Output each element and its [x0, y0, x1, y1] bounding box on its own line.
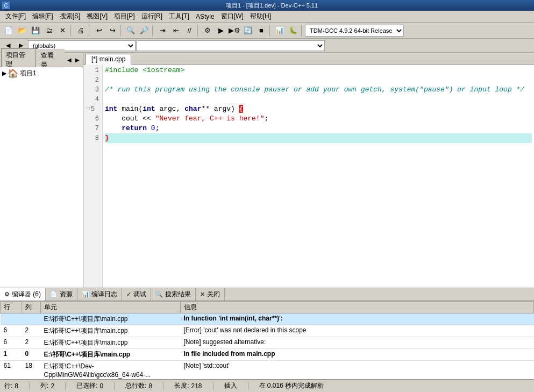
search-results-label: 搜索结果 [165, 290, 191, 299]
status-sep-4 [163, 382, 163, 390]
bottom-panel: ⚙ 编译器 (6) 📄 资源 📊 编译日志 ✓ 调试 🔍 搜索结果 ✕ 关闭 [0, 288, 534, 379]
resources-tab-label: 资源 [60, 290, 73, 299]
bottom-tab-bar: ⚙ 编译器 (6) 📄 资源 📊 编译日志 ✓ 调试 🔍 搜索结果 ✕ 关闭 [0, 288, 534, 301]
err0-unit: E:\祁哥\C++\项目库\main.cpp [41, 313, 181, 325]
parse-time: 在 0.016 秒内完成解析 [259, 381, 324, 390]
err2-info: [Note] suggested alternative: [181, 337, 534, 349]
menu-edit[interactable]: 编辑[E] [29, 11, 56, 22]
menu-help[interactable]: 帮助[H] [247, 11, 274, 22]
error-row-0[interactable]: E:\祁哥\C++\项目库\main.cpp In function 'int … [1, 313, 534, 325]
unindent-btn[interactable]: ⇤ [169, 24, 182, 37]
status-mode: 插入 [224, 381, 237, 390]
toolbar-sep-1 [70, 25, 73, 37]
toolbar-sep-5 [197, 25, 200, 37]
new-file-btn[interactable]: 📄 [2, 24, 15, 37]
menu-astyle[interactable]: AStyle [193, 12, 218, 21]
find-btn[interactable]: 🔍 [124, 24, 137, 37]
editor-tab-main[interactable]: [*] main.cpp [86, 54, 131, 65]
ln-3: 3 [87, 85, 99, 95]
save-all-btn[interactable]: 🗂 [42, 24, 55, 37]
error-row-2[interactable]: 6 2 E:\祁哥\C++\项目库\main.cpp [Note] sugges… [1, 337, 534, 349]
menu-run[interactable]: 运行[R] [138, 11, 166, 22]
status-sep-1 [29, 382, 30, 390]
code-editor[interactable]: 1 2 3 4 □5 6 7 8 #include <iostream> /* … [83, 65, 534, 288]
sidebar-project-item[interactable]: ▶ 🏠 项目1 [0, 67, 83, 80]
status-sep-6 [248, 382, 248, 390]
tab-compile-log[interactable]: 📊 编译日志 [77, 288, 122, 301]
error-row-3[interactable]: 1 0 E:\祁哥\C++\项目库\main.cpp In file inclu… [1, 349, 534, 361]
ln-7: 7 [87, 124, 99, 133]
tab-close[interactable]: ✕ 关闭 [196, 288, 225, 301]
compile-run-btn[interactable]: ▶⚙ [228, 24, 241, 37]
status-row: 行: 8 [4, 381, 18, 390]
toolbar-sep-7 [301, 25, 303, 37]
panel-nav-right[interactable]: ▶ [74, 55, 82, 64]
title-bar: C 项目1 - [项目1.dev] - Dev-C++ 5.11 [0, 0, 534, 11]
tab-compiler[interactable]: ⚙ 编译器 (6) [0, 288, 46, 301]
code-line-1: #include <iostream> [105, 66, 532, 75]
undo-btn[interactable]: ↩ [92, 24, 105, 37]
len-label: 长度: [174, 381, 189, 390]
code-line-8: } [105, 133, 532, 143]
chart-btn[interactable]: 📊 [273, 24, 286, 37]
menu-bar: 文件[F] 编辑[E] 搜索[S] 视图[V] 项目[P] 运行[R] 工具[T… [0, 11, 534, 23]
expand-icon: ▶ [2, 70, 6, 77]
sel-label: 已选择: [76, 381, 97, 390]
panel-nav-left[interactable]: ◀ [65, 55, 73, 64]
err1-info: [Error] 'cout' was not declared in this … [181, 325, 534, 337]
save-btn[interactable]: 💾 [29, 24, 42, 37]
open-btn[interactable]: 📂 [16, 24, 29, 37]
stop-btn[interactable]: ■ [255, 24, 268, 37]
menu-window[interactable]: 窗口[W] [218, 11, 247, 22]
redo-btn[interactable]: ↪ [106, 24, 119, 37]
err2-unit: E:\祁哥\C++\项目库\main.cpp [41, 337, 181, 349]
tab-search-results[interactable]: 🔍 搜索结果 [151, 288, 196, 301]
editor-area: [*] main.cpp 1 2 3 4 □5 6 7 8 #include <… [83, 53, 534, 288]
tab-debug[interactable]: ✓ 调试 [122, 288, 151, 301]
code-line-2 [105, 75, 532, 85]
compiler-tab-icon: ⚙ [4, 291, 10, 298]
error-row-1[interactable]: 6 2 E:\祁哥\C++\项目库\main.cpp [Error] 'cout… [1, 325, 534, 337]
ln-8: 8 [87, 133, 99, 143]
tab-resources[interactable]: 📄 资源 [46, 288, 77, 301]
compile-btn[interactable]: ⚙ [201, 24, 214, 37]
resources-tab-icon: 📄 [50, 291, 58, 298]
comment-btn[interactable]: // [183, 24, 196, 37]
err1-unit: E:\祁哥\C++\项目库\main.cpp [41, 325, 181, 337]
compiler-tab-label: 编译器 (6) [12, 290, 41, 299]
menu-file[interactable]: 文件[F] [2, 11, 29, 22]
status-bar: 行: 8 列: 2 已选择: 0 总行数: 8 长度: 218 插入 在 0.0… [0, 379, 534, 392]
row-value: 8 [15, 382, 18, 390]
print-btn[interactable]: 🖨 [74, 24, 87, 37]
app-icon: C [2, 2, 10, 9]
err1-row: 6 [1, 325, 22, 337]
code-line-4 [105, 95, 532, 104]
err3-info: In file included from main.cpp [181, 349, 534, 361]
toolbar-sep-2 [89, 25, 91, 37]
debug-btn[interactable]: 🐛 [287, 24, 300, 37]
indent-btn[interactable]: ⇥ [156, 24, 169, 37]
compile-log-icon: 📊 [82, 291, 89, 298]
menu-tools[interactable]: 工具[T] [166, 11, 193, 22]
close-tab-label: 关闭 [207, 290, 220, 299]
close-btn[interactable]: ✕ [56, 24, 69, 37]
function-select[interactable] [137, 40, 325, 51]
search-results-icon: 🔍 [155, 291, 163, 298]
code-line-5: int main(int argc, char** argv) { [105, 104, 532, 114]
err0-col [22, 313, 41, 325]
menu-view[interactable]: 视图[V] [83, 11, 111, 22]
compiler-select[interactable]: TDM-GCC 4.9.2 64-bit Release [305, 25, 404, 37]
run-btn[interactable]: ▶ [215, 24, 227, 37]
menu-search[interactable]: 搜索[S] [56, 11, 84, 22]
toolbar-sep-3 [120, 25, 123, 37]
error-table[interactable]: 行 列 单元 信息 E:\祁哥\C++\项目库\main.cpp In func… [0, 301, 534, 379]
rebuild-btn[interactable]: 🔄 [241, 24, 254, 37]
status-len: 长度: 218 [174, 381, 202, 390]
status-sep-5 [213, 382, 213, 390]
menu-project[interactable]: 项目[P] [111, 11, 138, 22]
err3-unit: E:\祁哥\C++\项目库\main.cpp [41, 349, 181, 361]
code-content[interactable]: #include <iostream> /* run this program … [103, 65, 534, 288]
find2-btn[interactable]: 🔎 [138, 24, 151, 37]
total-label: 总行数: [125, 381, 146, 390]
error-row-4[interactable]: 61 18 E:\祁哥\C++\Dev-Cpp\MinGW64\lib\gcc\… [1, 361, 534, 380]
